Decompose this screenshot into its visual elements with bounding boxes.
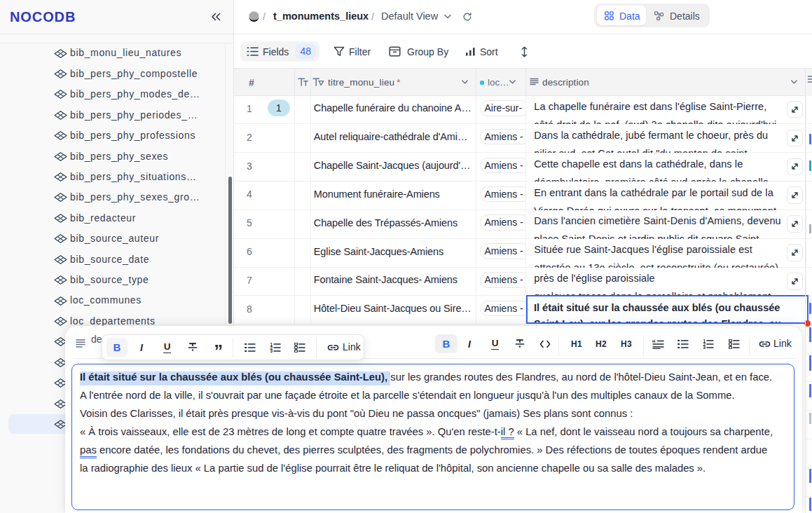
svg-text:“: “ <box>652 339 656 347</box>
svg-text:3: 3 <box>270 348 273 353</box>
svg-text:3: 3 <box>703 345 706 349</box>
